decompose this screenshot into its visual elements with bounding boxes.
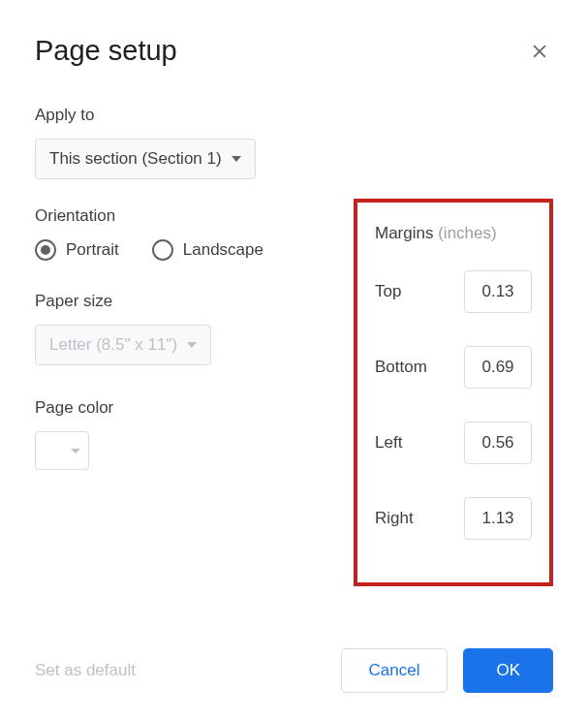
- margin-left-label: Left: [375, 433, 402, 453]
- margin-top-row: Top: [375, 270, 532, 313]
- radio-icon: [152, 239, 173, 261]
- margins-unit: (inches): [438, 224, 496, 242]
- radio-icon: [35, 239, 56, 261]
- margin-right-input[interactable]: [464, 497, 532, 540]
- paper-size-selected: Letter (8.5" x 11"): [49, 335, 177, 355]
- dialog-footer: Set as default Cancel OK: [35, 648, 553, 693]
- orientation-label: Orientation: [35, 206, 354, 226]
- close-button[interactable]: [526, 38, 553, 65]
- close-icon: [530, 42, 549, 61]
- orientation-section: Orientation Portrait Landscape: [35, 206, 354, 261]
- apply-to-dropdown[interactable]: This section (Section 1): [35, 139, 256, 179]
- apply-to-label: Apply to: [35, 106, 553, 125]
- margin-bottom-row: Bottom: [375, 346, 532, 389]
- margin-bottom-label: Bottom: [375, 358, 427, 377]
- dialog-header: Page setup: [35, 35, 553, 67]
- orientation-portrait-radio[interactable]: Portrait: [35, 239, 119, 261]
- margin-top-label: Top: [375, 282, 401, 301]
- set-default-button[interactable]: Set as default: [35, 661, 136, 680]
- orientation-radio-group: Portrait Landscape: [35, 239, 354, 261]
- chevron-down-icon: [71, 449, 80, 454]
- ok-button[interactable]: OK: [463, 648, 553, 693]
- portrait-label: Portrait: [66, 240, 119, 260]
- apply-to-selected: This section (Section 1): [49, 149, 222, 169]
- chevron-down-icon: [232, 156, 241, 162]
- orientation-landscape-radio[interactable]: Landscape: [152, 239, 263, 261]
- margin-left-input[interactable]: [464, 422, 532, 464]
- cancel-button[interactable]: Cancel: [341, 648, 449, 693]
- paper-size-section: Paper size Letter (8.5" x 11"): [35, 292, 354, 365]
- margins-label: Margins: [375, 224, 433, 242]
- margins-panel: Margins (inches) Top Bottom Left Right: [354, 199, 553, 586]
- paper-size-label: Paper size: [35, 292, 354, 311]
- footer-buttons: Cancel OK: [341, 648, 553, 693]
- page-color-section: Page color: [35, 398, 354, 470]
- page-color-label: Page color: [35, 398, 354, 418]
- paper-size-dropdown[interactable]: Letter (8.5" x 11"): [35, 325, 211, 365]
- apply-to-section: Apply to This section (Section 1): [35, 106, 553, 179]
- main-content-row: Orientation Portrait Landscape Paper siz…: [35, 206, 553, 594]
- left-column: Orientation Portrait Landscape Paper siz…: [35, 206, 354, 470]
- margin-right-label: Right: [375, 509, 414, 528]
- page-setup-dialog: Page setup Apply to This section (Sectio…: [0, 0, 588, 720]
- margin-bottom-input[interactable]: [464, 346, 532, 389]
- margin-left-row: Left: [375, 422, 532, 464]
- margin-top-input[interactable]: [464, 270, 532, 313]
- margin-right-row: Right: [375, 497, 532, 540]
- dialog-title: Page setup: [35, 35, 177, 67]
- page-color-swatch[interactable]: [35, 431, 89, 470]
- landscape-label: Landscape: [183, 240, 263, 260]
- margins-title: Margins (inches): [375, 224, 532, 243]
- chevron-down-icon: [187, 342, 197, 348]
